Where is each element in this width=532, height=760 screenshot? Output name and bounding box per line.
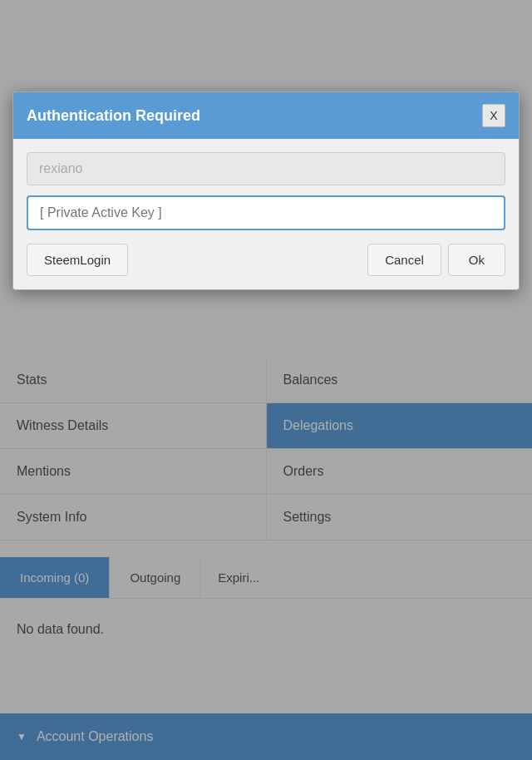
modal-close-button[interactable]: X <box>482 104 505 127</box>
modal-body: rexiano SteemLogin Cancel Ok <box>13 139 519 289</box>
auth-modal: Authentication Required X rexiano SteemL… <box>12 91 520 290</box>
modal-header: Authentication Required X <box>13 92 519 139</box>
modal-title: Authentication Required <box>27 107 200 125</box>
username-display: rexiano <box>27 152 505 185</box>
modal-overlay: Authentication Required X rexiano SteemL… <box>0 0 532 760</box>
ok-button[interactable]: Ok <box>448 244 505 276</box>
private-key-input[interactable] <box>27 195 505 230</box>
steemlogin-button[interactable]: SteemLogin <box>27 244 128 276</box>
cancel-button[interactable]: Cancel <box>367 244 441 276</box>
modal-buttons: SteemLogin Cancel Ok <box>27 244 505 276</box>
